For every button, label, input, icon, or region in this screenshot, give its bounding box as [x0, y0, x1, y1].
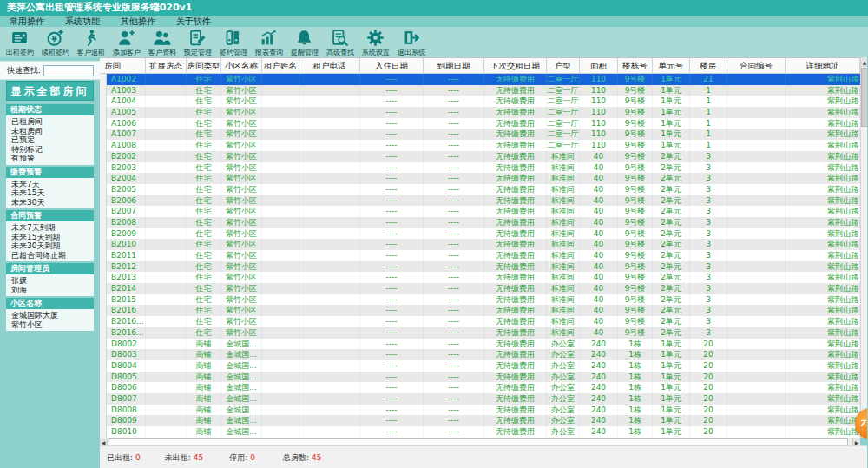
- col-next-rent-date[interactable]: 下次交租日期: [484, 58, 547, 73]
- lease-sign-button[interactable]: 出租签约: [2, 29, 37, 57]
- table-cell: 无待缴费用: [484, 129, 547, 140]
- table-row[interactable]: B2008住宅紫竹小区--------无待缴费用标准间409号楼2单元3紫荆山路: [100, 217, 860, 228]
- menu-item-system-functions[interactable]: 系统功能: [56, 16, 111, 27]
- add-customer-button[interactable]: 添加客户: [108, 29, 144, 57]
- table-cell: B2003: [107, 162, 146, 174]
- report-query-button[interactable]: 报表查询: [251, 29, 286, 57]
- table-row[interactable]: D8006商铺金城国...--------无待缴费用办公室2401栋1单元20紫…: [100, 382, 860, 393]
- table-cell: [262, 250, 299, 261]
- sidebar-item[interactable]: 未租房间: [6, 127, 94, 136]
- sidebar-item[interactable]: 未来7天到期: [6, 223, 94, 233]
- table-row[interactable]: D8010商铺金城国...--------无待缴费用办公室2401栋1单元20紫…: [100, 426, 860, 438]
- booking-manage-button[interactable]: 预定管理: [180, 29, 215, 57]
- vertical-scrollbar[interactable]: ▲ ▼: [860, 57, 867, 438]
- contract-manage-button[interactable]: 签约管理: [215, 29, 251, 57]
- table-row[interactable]: B2012住宅紫竹小区--------无待缴费用标准间409号楼2单元3紫荆山路: [100, 261, 860, 273]
- table-row[interactable]: A1003住宅紫竹小区--------无待缴费用二室一厅1109号楼1单元1紫荆…: [100, 85, 860, 96]
- table-cell: 9号楼: [618, 195, 653, 207]
- sidebar-item[interactable]: 张媛: [6, 276, 94, 286]
- table-row[interactable]: D8008商铺金城国...--------无待缴费用办公室2401栋1单元20紫…: [100, 405, 860, 416]
- table-row[interactable]: B2005住宅紫竹小区--------无待缴费用标准间409号楼2单元3紫荆山路: [100, 184, 860, 195]
- table-cell: 3: [690, 283, 727, 294]
- sidebar-item[interactable]: 有预警: [6, 154, 94, 163]
- table-row[interactable]: B2016...住宅紫竹小区--------无待缴费用标准间409号楼2单元3紫…: [100, 316, 860, 327]
- col-room-type[interactable]: 房间类型: [187, 58, 221, 73]
- table-row[interactable]: B2014住宅紫竹小区--------无待缴费用标准间409号楼2单元3紫荆山路: [100, 283, 860, 294]
- table-row[interactable]: D8002商铺金城国...--------无待缴费用办公室2401栋1单元20紫…: [100, 339, 860, 350]
- sidebar-item[interactable]: 特别标记: [6, 145, 94, 155]
- col-building-no[interactable]: 楼栋号: [618, 58, 653, 73]
- table-row[interactable]: B2015住宅紫竹小区--------无待缴费用标准间409号楼2单元3紫荆山路: [100, 294, 860, 306]
- sidebar-item[interactable]: 已租房间: [6, 117, 94, 127]
- system-settings-button[interactable]: 系统设置: [358, 29, 393, 57]
- quick-search-input[interactable]: [43, 65, 94, 76]
- col-address[interactable]: 详细地址: [786, 58, 860, 73]
- table-cell: [146, 74, 187, 85]
- menu-item-common-ops[interactable]: 常用操作: [0, 16, 56, 27]
- table-row[interactable]: A1006住宅紫竹小区--------无待缴费用二室一厅1109号楼1单元1紫荆…: [100, 118, 860, 129]
- table-row[interactable]: B2013住宅紫竹小区--------无待缴费用标准间409号楼2单元3紫荆山路: [100, 272, 860, 283]
- table-row[interactable]: B2006住宅紫竹小区--------无待缴费用标准间409号楼2单元3紫荆山路: [100, 195, 860, 207]
- advanced-search-button[interactable]: 高级查找: [322, 29, 358, 57]
- table-row[interactable]: A1005住宅紫竹小区--------无待缴费用二室一厅1109号楼1单元1紫荆…: [100, 107, 860, 118]
- table-cell: 9号楼: [618, 118, 653, 129]
- reminder-manage-button[interactable]: 提醒管理: [286, 29, 322, 57]
- table-row[interactable]: B2010住宅紫竹小区--------无待缴费用标准间409号楼2单元3紫荆山路: [100, 239, 860, 250]
- col-extended-status[interactable]: 扩展房态: [146, 58, 187, 73]
- table-cell: 20: [690, 360, 727, 372]
- menu-item-about[interactable]: 关于软件: [167, 16, 222, 27]
- table-cell: [299, 405, 360, 416]
- show-all-rooms-button[interactable]: 显示全部房间: [6, 81, 94, 101]
- col-checkin-date[interactable]: 入住日期: [360, 58, 424, 73]
- customer-checkout-button[interactable]: 客户退租: [73, 29, 108, 57]
- sidebar-item[interactable]: 刘海: [6, 286, 94, 295]
- sidebar-item[interactable]: 已预定: [6, 135, 94, 145]
- table-cell: 20: [690, 339, 727, 350]
- toolbar-button-label: 客户资料: [148, 48, 175, 57]
- col-area[interactable]: 面积: [580, 58, 618, 73]
- table-row[interactable]: D8007商铺金城国...--------无待缴费用办公室2401栋1单元20紫…: [100, 393, 860, 405]
- col-tenant-phone[interactable]: 租户电话: [299, 58, 360, 73]
- col-contract-no[interactable]: 合同编号: [727, 58, 786, 73]
- table-row[interactable]: A1002住宅紫竹小区--------无待缴费用二室一厅1109号楼1单元21紫…: [100, 74, 860, 85]
- col-tenant-name[interactable]: 租户姓名: [262, 58, 299, 73]
- table-row[interactable]: B2003住宅紫竹小区--------无待缴费用标准间409号楼2单元3紫荆山路: [100, 162, 860, 174]
- table-row[interactable]: A1007住宅紫竹小区--------无待缴费用二室一厅1109号楼1单元1紫荆…: [100, 129, 860, 140]
- table-row[interactable]: D8005商铺金城国...--------无待缴费用办公室2401栋1单元20紫…: [100, 372, 860, 383]
- table-row[interactable]: B2016...住宅紫竹小区--------无待缴费用标准间409号楼2单元3紫…: [100, 327, 860, 339]
- col-floor[interactable]: 楼层: [690, 58, 727, 73]
- table-row[interactable]: A1004住宅紫竹小区--------无待缴费用二室一厅1109号楼1单元1紫荆…: [100, 96, 860, 107]
- menu-item-other-ops[interactable]: 其他操作: [111, 16, 167, 27]
- table-cell: 无待缴费用: [484, 360, 547, 372]
- table-cell: A1002: [107, 74, 146, 85]
- col-room[interactable]: 房间: [100, 58, 146, 73]
- col-layout[interactable]: 户型: [547, 58, 580, 73]
- sidebar-item[interactable]: 金城国际大厦: [6, 311, 94, 320]
- table-row[interactable]: B2004住宅紫竹小区--------无待缴费用标准间409号楼2单元3紫荆山路: [100, 173, 860, 184]
- table-cell: ----: [424, 173, 484, 184]
- customer-info-button[interactable]: 客户资料: [144, 29, 180, 57]
- sidebar-item[interactable]: 未来15天到期: [6, 233, 94, 242]
- table-row[interactable]: B2016住宅紫竹小区--------无待缴费用标准间409号楼2单元3紫荆山路: [100, 305, 860, 316]
- sidebar-item[interactable]: 紫竹小区: [6, 320, 94, 330]
- table-row[interactable]: D8003商铺金城国...--------无待缴费用办公室2401栋1单元20紫…: [100, 349, 860, 360]
- col-community[interactable]: 小区名称: [221, 58, 262, 73]
- sidebar-item[interactable]: 已超合同终止期: [6, 251, 94, 260]
- sidebar-item[interactable]: 未来15天: [6, 188, 94, 198]
- table-row[interactable]: A1008住宅紫竹小区--------无待缴费用二室一厅1109号楼1单元1紫荆…: [100, 140, 860, 151]
- exit-system-button[interactable]: 退出系统: [393, 29, 429, 57]
- table-row[interactable]: B2002住宅紫竹小区--------无待缴费用标准间409号楼2单元3紫荆山路: [100, 151, 860, 162]
- table-row[interactable]: B2009住宅紫竹小区--------无待缴费用标准间409号楼2单元3紫荆山路: [100, 228, 860, 240]
- sidebar-item[interactable]: 未来30天: [6, 198, 94, 208]
- table-row[interactable]: B2007住宅紫竹小区--------无待缴费用标准间409号楼2单元3紫荆山路: [100, 206, 860, 217]
- sidebar-item[interactable]: 未来7天: [6, 180, 94, 189]
- horizontal-scrollbar[interactable]: ◀ ▶: [100, 438, 860, 445]
- table-row[interactable]: D8009商铺金城国...--------无待缴费用办公室2401栋1单元20紫…: [100, 415, 860, 426]
- table-row[interactable]: B2011住宅紫竹小区--------无待缴费用标准间409号楼2单元3紫荆山路: [100, 250, 860, 261]
- col-unit-no[interactable]: 单元号: [653, 58, 690, 73]
- col-expire-date[interactable]: 到期日期: [424, 58, 484, 73]
- table-row[interactable]: D8004商铺金城国...--------无待缴费用办公室2401栋1单元20紫…: [100, 360, 860, 372]
- sidebar-item[interactable]: 未来30天到期: [6, 241, 94, 251]
- renew-lease-button[interactable]: ¥续租签约: [37, 29, 73, 57]
- table-cell: 1栋: [618, 405, 653, 416]
